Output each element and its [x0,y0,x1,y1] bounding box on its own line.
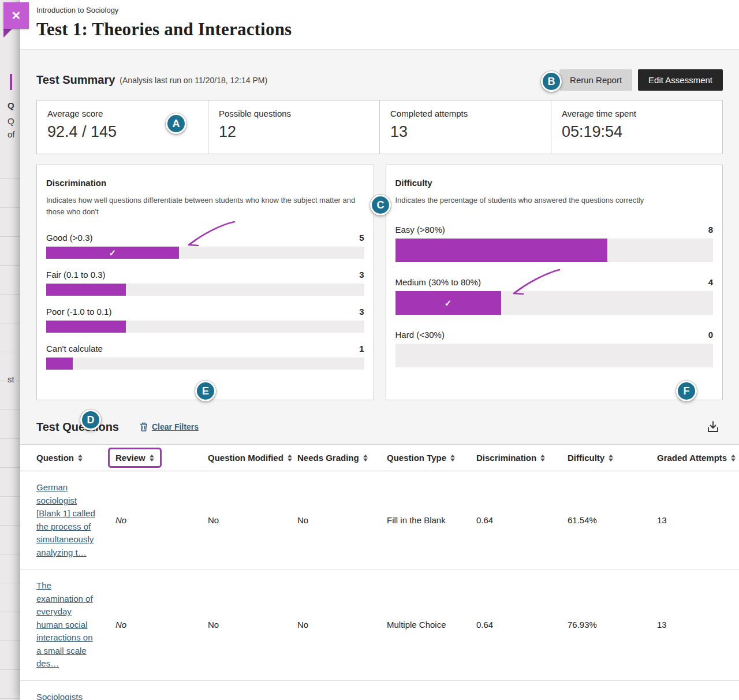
sort-icon[interactable] [731,455,736,461]
bar-fill [46,284,126,296]
difficulty-subtitle: Indicates the percentage of students who… [395,195,714,206]
bar-label: Hard (<30%) [395,330,445,340]
column-header-difficulty[interactable]: Difficulty [568,453,657,463]
stat-label: Completed attempts [390,109,540,118]
bar-track [46,321,364,333]
breadcrumb: Introduction to Sociology [36,6,723,14]
stat-label: Possible questions [219,109,369,118]
stat-value: 13 [390,123,540,141]
panel-header: Introduction to Sociology Test 1: Theori… [20,0,739,49]
needs-grading-value: No [297,515,387,525]
annotation-badge-d: D [80,409,101,430]
table-row: German sociologist [Blank 1] called the … [20,471,739,569]
discrimination-value: 0.64 [476,620,568,630]
panel-content: Test Summary (Analysis last run on 11/20… [20,49,739,700]
bar-count: 1 [359,344,364,353]
annotation-arrow-medium-bar [510,267,562,298]
bar-label: Medium (30% to 80%) [395,277,481,287]
column-label: Discrimination [476,453,536,463]
bar-row-cant-calculate: Can't calculate 1 [46,344,364,370]
close-button[interactable]: ✕ [3,2,29,29]
bar-label: Can't calculate [46,344,103,353]
difficulty-value: 76.93% [568,620,657,630]
column-label: Question [36,453,74,463]
page-title: Test 1: Theories and Interactions [36,19,723,40]
stat-completed-attempts: Completed attempts 13 [379,100,551,154]
close-ribbon-fold [3,29,12,38]
bar-count: 0 [708,330,713,340]
clear-filters-link[interactable]: Clear Filters [140,422,199,431]
annotation-badge-f: F [676,381,697,401]
column-header-graded-attempts[interactable]: Graded Attempts [657,453,739,463]
analysis-last-run-note: (Analysis last run on 11/20/18, 12:14 PM… [120,76,267,85]
stat-possible-questions: Possible questions 12 [208,100,379,154]
bar-row-poor: Poor (-1.0 to 0.1) 3 [46,307,364,333]
stat-value: 12 [219,123,369,141]
stat-value: 05:19:54 [562,123,712,141]
column-label: Needs Grading [297,453,359,463]
sort-icon[interactable] [363,455,368,461]
bar-track [395,344,714,367]
annotation-badge-c: C [370,195,391,215]
column-header-question-type[interactable]: Question Type [387,453,476,463]
questions-table: Question Review Question Modified Needs … [20,444,739,700]
rerun-report-button[interactable]: Rerun Report [559,69,632,91]
sort-icon[interactable] [288,455,292,461]
bar-fill [395,239,607,262]
column-label: Question Modified [208,453,283,463]
difficulty-title: Difficulty [395,178,714,188]
trash-icon [140,422,148,431]
summary-stats-row: Average score 92.4 / 145 Possible questi… [36,100,723,154]
background-page-edge: Q Q of st [0,0,20,700]
question-type-value: Multiple Choice [387,620,476,630]
column-header-question-modified[interactable]: Question Modified [208,453,297,463]
bar-track [46,358,364,370]
column-label: Difficulty [568,453,604,463]
question-link[interactable]: The examination of everyday human social… [36,579,99,671]
column-header-question[interactable]: Question [36,453,115,463]
bar-fill: ✓ [46,247,179,259]
sort-icon[interactable] [609,455,613,461]
annotation-badge-b: B [541,71,562,92]
background-text-fragment: Q [8,100,14,110]
background-text-fragment: of [8,129,15,139]
column-header-discrimination[interactable]: Discrimination [476,453,568,463]
bar-count: 8 [708,225,713,234]
review-value: No [115,515,208,525]
edit-assessment-button[interactable]: Edit Assessment [638,69,723,91]
difficulty-value: 61.54% [568,515,657,525]
question-type-value: Fill in the Blank [387,515,476,525]
bar-label: Good (>0.3) [46,233,92,243]
bar-label: Fair (0.1 to 0.3) [46,270,106,280]
sort-icon[interactable] [540,455,545,461]
column-header-needs-grading[interactable]: Needs Grading [297,453,387,463]
needs-grading-value: No [297,620,387,630]
stat-label: Average time spent [562,109,712,118]
background-table-lines [0,150,20,700]
test-summary-header: Test Summary (Analysis last run on 11/20… [20,50,739,91]
question-link[interactable]: Sociologists may conduct cross-cultural … [36,691,99,700]
bar-row-fair: Fair (0.1 to 0.3) 3 [46,270,364,296]
bar-track [46,284,364,296]
bar-row-easy: Easy (>80%) 8 [395,225,714,262]
bar-count: 5 [359,233,364,243]
background-text-fragment: Q [8,116,14,126]
bar-row-hard: Hard (<30%) 0 [395,330,714,367]
annotation-arrow-good-bar [185,219,237,250]
bar-count: 3 [359,307,364,317]
download-results-button[interactable] [703,418,723,436]
test-questions-header: Test Questions Clear Filters [20,400,739,444]
sort-icon[interactable] [150,455,154,461]
column-header-review[interactable]: Review [115,448,208,468]
question-link[interactable]: German sociologist [Blank 1] called the … [36,481,99,559]
table-row: Sociologists may conduct cross-cultural … [20,681,739,700]
test-questions-heading: Test Questions [36,420,119,434]
stat-average-time-spent: Average time spent 05:19:54 [551,100,722,154]
question-modified-value: No [208,515,297,525]
sort-icon[interactable] [450,455,455,461]
background-accent-tick [10,74,12,90]
sort-icon[interactable] [78,455,83,461]
table-row: The examination of everyday human social… [20,569,739,681]
clear-filters-label: Clear Filters [152,422,199,431]
bar-fill [46,321,126,333]
